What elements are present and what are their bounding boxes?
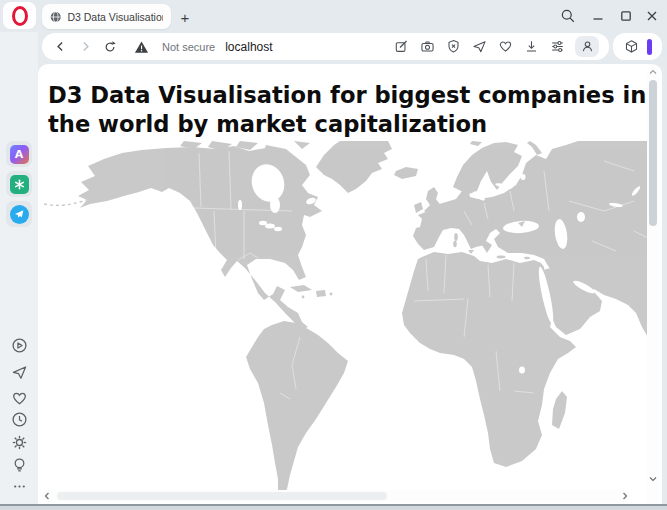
shield-block-icon[interactable] [445,39,461,55]
player-icon[interactable] [9,335,29,355]
camera-icon[interactable] [419,39,435,55]
send-icon[interactable] [471,39,487,55]
settings-gear-icon[interactable] [9,432,29,452]
map-madagascar [552,391,567,429]
page-title: D3 Data Visualisation for biggest compan… [48,81,654,139]
edit-icon[interactable] [393,39,409,55]
chatgpt-icon [10,175,29,194]
map-iceland [394,167,418,179]
globe-favicon-icon [50,11,61,23]
scroll-right-icon[interactable] [620,491,630,501]
extensions-group [613,33,662,60]
map-greenland [316,141,392,193]
more-dots-icon[interactable] [9,476,29,496]
opera-menu-button[interactable] [3,2,36,29]
history-clock-icon[interactable] [9,409,29,429]
opera-logo-icon [12,6,28,26]
forward-icon[interactable] [77,39,93,55]
scroll-up-icon[interactable] [648,67,658,77]
reload-icon[interactable] [102,39,118,55]
world-map-svg [44,141,660,501]
scroll-left-icon[interactable] [42,491,52,501]
map-ireland [414,202,423,213]
map-aleutians [44,200,86,205]
easy-setup-bulb-icon[interactable] [9,455,29,475]
sidebar-item-telegram[interactable] [6,201,32,227]
search-icon[interactable] [560,8,576,24]
horizontal-scroll-thumb[interactable] [57,492,387,500]
vertical-scrollbar[interactable] [647,66,659,504]
new-tab-button[interactable]: + [176,8,194,26]
back-icon[interactable] [52,39,68,55]
browser-window: D3 Data Visualisation + Not secure local… [0,0,667,504]
sidebar: A [0,32,38,504]
address-bar[interactable]: Not secure localhost [42,33,609,60]
window-shadow [0,506,667,510]
sidebar-item-chatgpt[interactable] [6,171,32,197]
download-icon[interactable] [523,39,539,55]
browser-tab[interactable]: D3 Data Visualisation [42,4,171,29]
world-map [44,141,660,501]
profile-icon[interactable] [575,36,599,57]
flow-send-icon[interactable] [9,362,29,382]
pinned-extension-icon[interactable] [647,39,652,55]
close-icon[interactable] [644,8,660,24]
extension-cube-icon[interactable] [623,39,639,55]
favorites-heart-icon[interactable] [9,388,29,408]
sidebar-item-aria[interactable]: A [6,141,32,167]
page-content: D3 Data Visualisation for biggest compan… [38,64,662,504]
vertical-scroll-thumb[interactable] [649,80,657,226]
sliders-icon[interactable] [549,39,565,55]
map-scandinavia [453,142,522,194]
aria-ai-icon: A [10,145,29,164]
not-secure-warning-icon[interactable] [133,39,149,55]
map-caribbean [290,285,332,298]
maximize-icon[interactable] [618,8,634,24]
heart-icon[interactable] [497,39,513,55]
minimize-icon[interactable] [590,8,606,24]
security-label: Not secure [162,41,215,53]
tab-title: D3 Data Visualisation [67,11,163,23]
scroll-down-icon[interactable] [648,474,658,484]
telegram-icon [10,205,29,224]
horizontal-scrollbar[interactable] [41,490,631,502]
url-text[interactable]: localhost [225,40,272,54]
